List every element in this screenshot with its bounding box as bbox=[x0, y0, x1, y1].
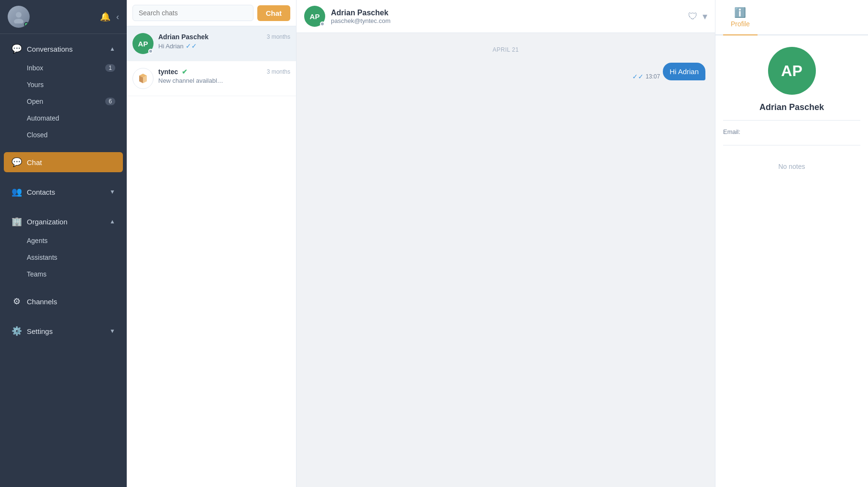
chat-contact-email: paschek@tyntec.com bbox=[331, 17, 682, 24]
profile-info-icon: ℹ️ bbox=[734, 7, 746, 18]
sidebar-item-teams[interactable]: Teams bbox=[4, 266, 123, 282]
tyntec-verified-icon: ✔ bbox=[182, 68, 187, 76]
contacts-label: Contacts bbox=[27, 188, 105, 196]
sidebar-item-inbox[interactable]: Inbox 1 bbox=[4, 60, 123, 76]
sidebar-header: 🔔 ‹ bbox=[0, 0, 127, 34]
conv-preview-tyntec: New channel availabl… bbox=[158, 77, 290, 84]
profile-tab-label: Profile bbox=[731, 20, 750, 28]
open-badge: 6 bbox=[105, 98, 115, 105]
sidebar-item-open[interactable]: Open 6 bbox=[4, 93, 123, 110]
nav-item-organization[interactable]: 🏢 Organization ▲ bbox=[4, 211, 123, 232]
sidebar-item-agents[interactable]: Agents bbox=[4, 232, 123, 249]
sidebar-item-closed[interactable]: Closed bbox=[4, 127, 123, 143]
chat-label: Chat bbox=[27, 158, 115, 166]
nav-section-organization: 🏢 Organization ▲ Agents Assistants Teams bbox=[0, 207, 127, 287]
nav-item-conversations[interactable]: 💬 Conversations ▲ bbox=[4, 39, 123, 59]
open-label: Open bbox=[27, 98, 43, 105]
conversations-panel: Chat AP Adrian Paschek 3 months Hi Adria… bbox=[127, 0, 297, 487]
chat-button[interactable]: Chat bbox=[257, 5, 290, 21]
conv-avatar-tyntec bbox=[132, 68, 154, 89]
conversation-item-adrian[interactable]: AP Adrian Paschek 3 months Hi Adrian ✓✓ bbox=[127, 26, 296, 61]
conv-name-tyntec: tyntec ✔ bbox=[158, 68, 187, 76]
nav-section-contacts: 👥 Contacts ▼ bbox=[0, 177, 127, 207]
inbox-label: Inbox bbox=[27, 64, 43, 72]
contacts-icon: 👥 bbox=[11, 187, 22, 197]
conversations-arrow: ▲ bbox=[110, 45, 115, 52]
profile-divider-1 bbox=[723, 120, 860, 121]
conv-time-ap: 3 months bbox=[267, 33, 290, 40]
message-row-1: ✓✓ 13:07 Hi Adrian bbox=[306, 63, 705, 80]
settings-icon: ⚙️ bbox=[11, 326, 22, 336]
conv-status-ap bbox=[148, 49, 153, 54]
channels-label: Channels bbox=[27, 298, 115, 306]
channels-icon: ⚙ bbox=[11, 296, 22, 307]
message-meta-1: ✓✓ 13:07 bbox=[632, 73, 660, 80]
chat-body: APRIL 21 ✓✓ 13:07 Hi Adrian bbox=[297, 33, 715, 487]
chat-header: AP Adrian Paschek paschek@tyntec.com 🛡 ▾ bbox=[297, 0, 715, 33]
assistants-label: Assistants bbox=[27, 254, 57, 261]
date-divider: APRIL 21 bbox=[306, 46, 705, 53]
chevron-down-icon[interactable]: ▾ bbox=[703, 11, 707, 22]
nav-item-contacts[interactable]: 👥 Contacts ▼ bbox=[4, 182, 123, 202]
profile-divider-2 bbox=[723, 145, 860, 145]
conv-name-ap: Adrian Paschek bbox=[158, 33, 209, 41]
svg-point-0 bbox=[16, 12, 22, 18]
conv-content-ap: Adrian Paschek 3 months Hi Adrian ✓✓ bbox=[158, 33, 290, 50]
conv-content-tyntec: tyntec ✔ 3 months New channel availabl… bbox=[158, 68, 290, 84]
conversations-label: Conversations bbox=[27, 45, 105, 53]
conv-top-ap: Adrian Paschek 3 months bbox=[158, 33, 290, 41]
nav-item-chat[interactable]: 💬 Chat bbox=[4, 152, 123, 172]
sidebar-item-assistants[interactable]: Assistants bbox=[4, 249, 123, 266]
contacts-arrow: ▼ bbox=[110, 188, 115, 195]
nav-item-channels[interactable]: ⚙ Channels bbox=[4, 291, 123, 311]
search-input[interactable] bbox=[132, 5, 253, 21]
conversations-icon: 💬 bbox=[11, 44, 22, 54]
teams-label: Teams bbox=[27, 270, 46, 278]
nav-item-settings[interactable]: ⚙️ Settings ▼ bbox=[4, 321, 123, 341]
inbox-badge: 1 bbox=[105, 64, 115, 72]
nav-section-settings: ⚙️ Settings ▼ bbox=[0, 316, 127, 346]
nav-section-channels: ⚙ Channels bbox=[0, 287, 127, 316]
agents-label: Agents bbox=[27, 237, 48, 244]
nav-section-conversations: 💬 Conversations ▲ Inbox 1 Yours Open 6 A… bbox=[0, 34, 127, 147]
conversation-item-tyntec[interactable]: tyntec ✔ 3 months New channel availabl… bbox=[127, 61, 296, 96]
message-time: 13:07 bbox=[646, 73, 660, 80]
profile-name: Adrian Paschek bbox=[759, 102, 824, 112]
chat-header-actions: 🛡 ▾ bbox=[688, 11, 707, 22]
message-check-icon: ✓✓ bbox=[632, 73, 644, 80]
conversations-header: Chat bbox=[127, 0, 296, 26]
conv-check-ap: ✓✓ bbox=[186, 42, 197, 50]
organization-label: Organization bbox=[27, 218, 105, 226]
conversation-list: AP Adrian Paschek 3 months Hi Adrian ✓✓ bbox=[127, 26, 296, 487]
automated-label: Automated bbox=[27, 114, 59, 122]
conv-preview-ap: Hi Adrian ✓✓ bbox=[158, 42, 290, 50]
conv-top-tyntec: tyntec ✔ 3 months bbox=[158, 68, 290, 76]
settings-arrow: ▼ bbox=[110, 328, 115, 334]
chat-header-status bbox=[320, 22, 325, 26]
message-bubble-1: Hi Adrian bbox=[663, 63, 705, 80]
bell-icon[interactable]: 🔔 bbox=[100, 11, 110, 22]
closed-label: Closed bbox=[27, 131, 48, 139]
online-indicator bbox=[24, 22, 29, 27]
collapse-icon[interactable]: ‹ bbox=[116, 12, 119, 22]
chat-header-info: Adrian Paschek paschek@tyntec.com bbox=[331, 9, 682, 24]
nav-section-chat: 💬 Chat bbox=[0, 147, 127, 177]
profile-tabs: ℹ️ Profile bbox=[715, 0, 868, 35]
chat-panel: AP Adrian Paschek paschek@tyntec.com 🛡 ▾… bbox=[297, 0, 715, 487]
sidebar-item-automated[interactable]: Automated bbox=[4, 110, 123, 126]
profile-body: AP Adrian Paschek Email: No notes bbox=[715, 35, 868, 487]
organization-arrow: ▲ bbox=[110, 218, 115, 225]
chat-icon: 💬 bbox=[11, 157, 22, 167]
yours-label: Yours bbox=[27, 81, 44, 89]
shield-icon[interactable]: 🛡 bbox=[688, 11, 698, 22]
organization-icon: 🏢 bbox=[11, 216, 22, 227]
sidebar-item-yours[interactable]: Yours bbox=[4, 77, 123, 93]
profile-avatar: AP bbox=[768, 47, 816, 95]
settings-label: Settings bbox=[27, 327, 105, 335]
profile-email-label: Email: bbox=[723, 128, 860, 135]
user-avatar[interactable] bbox=[8, 6, 30, 28]
tab-profile[interactable]: ℹ️ Profile bbox=[723, 0, 758, 35]
profile-panel: ℹ️ Profile AP Adrian Paschek Email: No n… bbox=[715, 0, 868, 487]
sidebar: 🔔 ‹ 💬 Conversations ▲ Inbox 1 Yours Open… bbox=[0, 0, 127, 487]
chat-contact-name: Adrian Paschek bbox=[331, 9, 682, 17]
